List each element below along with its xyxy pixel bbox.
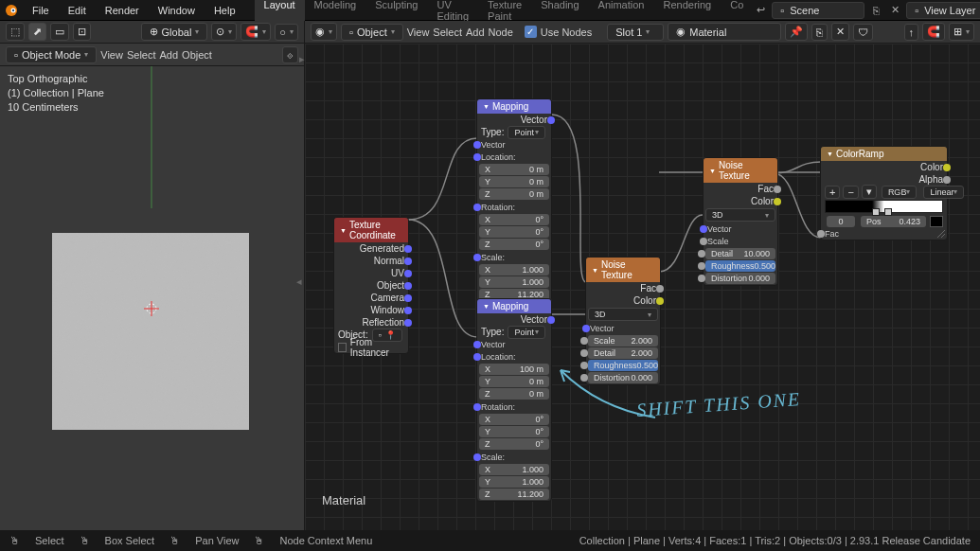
viewport-canvas[interactable] — [0, 66, 304, 530]
roughness-field[interactable]: Roughness0.500 — [705, 260, 775, 272]
socket-color[interactable] — [656, 297, 664, 305]
fake-user-icon[interactable]: 🛡 — [853, 24, 873, 41]
pivot-icon[interactable]: ⊙▾ — [211, 23, 237, 41]
viewport-menu-select[interactable]: Select — [127, 49, 156, 61]
add-stop-icon[interactable]: + — [825, 186, 840, 199]
select-mode-icon[interactable]: ⊡ — [73, 23, 91, 41]
socket-vector-in[interactable] — [473, 341, 481, 348]
node-header[interactable]: ▼Mapping — [477, 299, 551, 313]
shader-editor-icon[interactable]: ◉▾ — [311, 23, 337, 41]
socket-vector-in[interactable] — [700, 225, 707, 233]
socket-vector-in[interactable] — [582, 325, 590, 332]
snap-icon[interactable]: 🧲▾ — [241, 23, 271, 41]
node-header[interactable]: ▼Texture Coordinate — [334, 218, 408, 242]
node-menu-add[interactable]: Add — [466, 27, 485, 38]
snap-nodes-icon[interactable]: 🧲 — [922, 23, 945, 41]
scale-x[interactable]: X1.000 — [479, 264, 549, 276]
node-header[interactable]: ▼Noise Texture — [704, 158, 777, 183]
menu-edit[interactable]: Edit — [59, 2, 96, 19]
viewport-menu-add[interactable]: Add — [160, 49, 179, 61]
type-dropdown[interactable]: Point▾ — [508, 326, 545, 339]
socket-normal[interactable] — [404, 258, 412, 265]
node-header[interactable]: ▼Noise Texture — [586, 258, 660, 282]
editor-type-icon[interactable]: ⬚ — [6, 23, 25, 41]
socket-location-in[interactable] — [473, 353, 481, 361]
socket-alpha[interactable] — [943, 176, 951, 184]
socket-vector-out[interactable] — [547, 316, 555, 324]
viewlayer-selector[interactable]: ▫ — [906, 2, 980, 19]
scale-field[interactable]: Scale2.000 — [588, 335, 658, 347]
colormode-dropdown[interactable]: RGB▾ — [882, 186, 918, 199]
viewport-menu-object[interactable]: Object — [182, 49, 212, 61]
socket-fac[interactable] — [656, 285, 664, 293]
distortion-field[interactable]: Distortion0.000 — [588, 372, 658, 383]
stop-color-swatch[interactable] — [930, 216, 943, 227]
socket-fac[interactable] — [774, 186, 781, 193]
socket-reflection[interactable] — [404, 319, 412, 327]
socket-detail[interactable] — [698, 250, 705, 258]
socket-detail[interactable] — [580, 349, 588, 357]
mode-dropdown[interactable]: ▫ Object Mode ▾ — [6, 46, 97, 63]
pin-icon[interactable]: 📌 — [785, 23, 808, 41]
scale-x[interactable]: X1.000 — [479, 464, 549, 475]
rot-x[interactable]: X0° — [479, 214, 549, 225]
interp-dropdown[interactable]: Linear▾ — [923, 186, 964, 199]
loc-x[interactable]: X100 m — [479, 364, 549, 375]
rot-z[interactable]: Z0° — [479, 239, 549, 250]
socket-generated[interactable] — [404, 245, 412, 253]
socket-color[interactable] — [943, 164, 951, 171]
loc-z[interactable]: Z0 m — [479, 388, 549, 400]
node-noise-texture-2[interactable]: ▼Noise Texture Fac Color 3D▾ Vector Scal… — [703, 157, 778, 286]
socket-scale-in[interactable] — [700, 238, 707, 245]
socket-scale-in[interactable] — [473, 453, 481, 461]
socket-distortion[interactable] — [580, 374, 588, 382]
dimensions-dropdown[interactable]: 3D▾ — [588, 308, 658, 321]
socket-uv[interactable] — [404, 270, 412, 277]
socket-vector-out[interactable] — [547, 116, 555, 124]
menu-file[interactable]: File — [23, 2, 59, 19]
loc-y[interactable]: Y0 m — [479, 376, 549, 387]
use-nodes-toggle[interactable]: Use Nodes — [525, 26, 592, 38]
socket-roughness[interactable] — [580, 362, 588, 369]
menu-window[interactable]: Window — [149, 2, 205, 19]
orientation-dropdown[interactable]: ⊕ Global ▾ — [141, 23, 208, 41]
menu-help[interactable]: Help — [205, 2, 245, 19]
scene-selector[interactable]: ▫ — [772, 2, 864, 19]
dimensions-dropdown[interactable]: 3D▾ — [705, 208, 775, 222]
rot-y[interactable]: Y0° — [479, 226, 549, 238]
node-menu-select[interactable]: Select — [433, 27, 462, 38]
loc-y[interactable]: Y0 m — [479, 176, 549, 187]
new-scene-icon[interactable]: ⎘ — [868, 3, 883, 18]
node-canvas[interactable]: ▼Texture Coordinate Generated Normal UV … — [305, 44, 980, 530]
socket-roughness[interactable] — [698, 262, 705, 270]
slot-dropdown[interactable]: Slot 1▾ — [607, 24, 664, 41]
parent-icon[interactable]: ↑ — [904, 24, 919, 41]
checkbox-empty-icon[interactable] — [338, 343, 347, 352]
stop-pos[interactable]: Pos0.423 — [861, 216, 926, 227]
rot-y[interactable]: Y0° — [479, 426, 549, 437]
viewlayer-name-input[interactable] — [924, 5, 980, 16]
node-noise-texture-1[interactable]: ▼Noise Texture Fac Color 3D▾ Vector Scal… — [585, 257, 661, 385]
cursor-tool-icon[interactable]: ⬈ — [28, 23, 46, 41]
remove-stop-icon[interactable]: − — [843, 186, 858, 199]
scene-name-input[interactable] — [790, 5, 856, 16]
node-menu-node[interactable]: Node — [489, 27, 513, 38]
socket-camera[interactable] — [404, 294, 412, 302]
node-texture-coordinate[interactable]: ▼Texture Coordinate Generated Normal UV … — [333, 217, 409, 354]
socket-fac-in[interactable] — [817, 230, 825, 238]
scale-y[interactable]: Y1.000 — [479, 476, 549, 488]
socket-location-in[interactable] — [473, 153, 481, 161]
socket-vector-in[interactable] — [473, 141, 481, 149]
rot-x[interactable]: X0° — [479, 414, 549, 425]
node-mapping-2[interactable]: ▼Mapping Vector Type:Point▾ Vector Locat… — [476, 298, 552, 502]
unlink-icon[interactable]: ✕ — [831, 23, 849, 41]
viewport-gizmo-icon[interactable]: ⟐ — [282, 46, 298, 63]
new-material-icon[interactable]: ⎘ — [811, 24, 828, 41]
distortion-field[interactable]: Distortion0.000 — [705, 273, 775, 284]
socket-rotation-in[interactable] — [473, 403, 481, 411]
resize-handle-icon[interactable] — [935, 228, 947, 240]
close-scene-icon[interactable]: ✕ — [887, 3, 902, 18]
overlay-icon[interactable]: ⊞▾ — [949, 23, 974, 41]
node-menu-view[interactable]: View — [407, 27, 430, 38]
node-mapping-1[interactable]: ▼Mapping Vector Type:Point▾ Vector Locat… — [476, 98, 552, 302]
